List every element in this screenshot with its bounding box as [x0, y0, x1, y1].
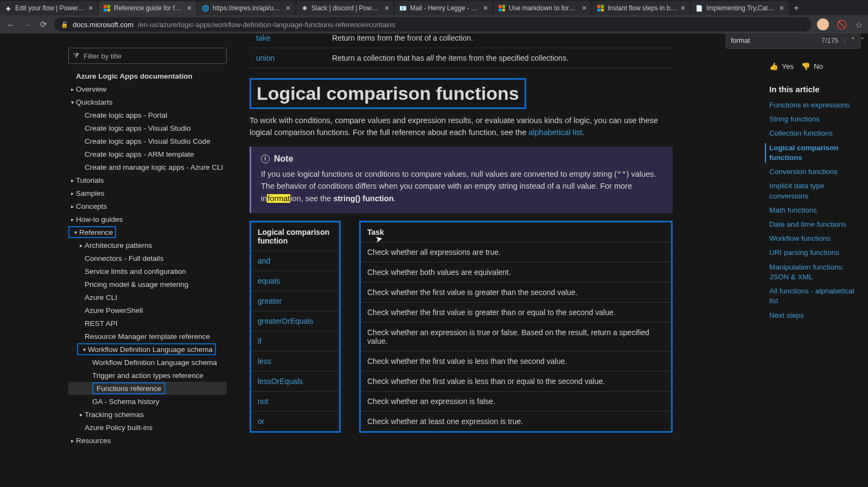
- toc-link[interactable]: URI parsing functions: [769, 248, 839, 257]
- browser-tab[interactable]: Instant flow steps in busine✕: [592, 1, 690, 15]
- function-link[interactable]: greaterOrEquals: [258, 317, 314, 325]
- toc-link[interactable]: String functions: [769, 115, 820, 123]
- nav-item[interactable]: Pricing model & usage metering: [68, 278, 227, 291]
- browser-tab[interactable]: ✱Slack | discord | Power Aut✕: [296, 1, 394, 15]
- toc-link[interactable]: Implicit data type conversions: [769, 182, 824, 200]
- toc-item[interactable]: Conversion functions: [769, 167, 858, 177]
- function-link[interactable]: not: [258, 397, 268, 406]
- tab-close-icon[interactable]: ✕: [483, 4, 488, 12]
- reload-icon[interactable]: ⟳: [38, 20, 49, 29]
- nav-item[interactable]: ▸Resources: [68, 434, 227, 447]
- nav-item[interactable]: ▸Tracking schemas: [68, 408, 227, 421]
- nav-item[interactable]: Service limits and configuration: [68, 265, 227, 278]
- forward-icon[interactable]: →: [22, 20, 33, 29]
- toc-link[interactable]: Collection functions: [769, 129, 833, 137]
- nav-item[interactable]: Create logic apps - ARM template: [68, 148, 227, 161]
- bookmark-star-icon[interactable]: ☆: [855, 20, 863, 30]
- nav-item[interactable]: Create logic apps - Visual Studio Code: [68, 134, 227, 148]
- function-link[interactable]: take: [256, 34, 270, 42]
- nav-item[interactable]: GA - Schema history: [68, 395, 227, 408]
- task-cell: Return a collection that has all the ite…: [326, 48, 673, 68]
- nav-item[interactable]: ▸Concepts: [68, 200, 227, 213]
- toc-item[interactable]: Collection functions: [769, 129, 858, 138]
- tab-close-icon[interactable]: ✕: [285, 4, 291, 12]
- toc-item[interactable]: Functions in expressions: [769, 100, 858, 110]
- nav-item[interactable]: ▸Tutorials: [68, 174, 227, 187]
- browser-tab[interactable]: Use markdown to format P✕: [494, 1, 591, 15]
- nav-item[interactable]: Azure Policy built-ins: [68, 421, 227, 434]
- tab-close-icon[interactable]: ✕: [384, 4, 390, 12]
- toc-item[interactable]: All functions - alphabetical list: [769, 286, 858, 306]
- toc-item[interactable]: Logical comparison functions: [765, 143, 858, 163]
- nav-item[interactable]: Create logic apps - Visual Studio: [68, 121, 227, 134]
- nav-item[interactable]: Azure Logic Apps documentation: [68, 69, 227, 82]
- toc-item[interactable]: Date and time functions: [769, 220, 858, 229]
- toc-item[interactable]: URI parsing functions: [769, 248, 858, 258]
- find-next-icon[interactable]: ˅: [860, 36, 864, 45]
- nav-item[interactable]: ▾Quickstarts: [68, 95, 227, 108]
- nav-item[interactable]: ▾Reference: [68, 226, 227, 239]
- feedback-no[interactable]: 👎No: [801, 62, 823, 71]
- nav-item[interactable]: Functions reference: [68, 382, 227, 395]
- toc-item[interactable]: Workflow functions: [769, 234, 858, 244]
- nav-item[interactable]: Azure CLI: [68, 291, 227, 304]
- find-input[interactable]: [731, 37, 816, 44]
- nav-item[interactable]: ▸Samples: [68, 187, 227, 200]
- find-prev-icon[interactable]: ˄: [851, 36, 855, 45]
- nav-item[interactable]: Workflow Definition Language schema: [68, 356, 227, 369]
- nav-item[interactable]: Azure PowerShell: [68, 304, 227, 317]
- browser-tab[interactable]: 🌐https://reqres.in/api/users?✕: [197, 1, 295, 15]
- function-link[interactable]: if: [258, 337, 261, 345]
- incognito-icon[interactable]: 🚫: [837, 20, 847, 30]
- function-link[interactable]: lessOrEquals: [258, 377, 303, 386]
- browser-tab[interactable]: 📄Implementing Try,Catch an✕: [691, 1, 789, 15]
- nav-item[interactable]: REST API: [68, 317, 227, 330]
- nav-item[interactable]: ▾Workflow Definition Language schema: [68, 343, 227, 356]
- toc-link[interactable]: Workflow functions: [769, 234, 831, 242]
- filter-input[interactable]: ⧩ Filter by title: [68, 48, 227, 64]
- toc-link[interactable]: Logical comparison functions: [769, 144, 839, 162]
- toc-item[interactable]: Manipulation functions: JSON & XML: [769, 262, 858, 282]
- toc-link[interactable]: Conversion functions: [769, 168, 838, 176]
- toc-item[interactable]: Next steps: [769, 311, 858, 321]
- nav-item[interactable]: Create and manage logic apps - Azure CLI: [68, 161, 227, 174]
- function-link[interactable]: greater: [258, 297, 282, 305]
- toc-item[interactable]: String functions: [769, 114, 858, 124]
- new-tab-button[interactable]: +: [790, 3, 803, 13]
- function-link[interactable]: or: [258, 417, 264, 426]
- function-link[interactable]: union: [256, 54, 275, 62]
- nav-item[interactable]: Create logic apps - Portal: [68, 108, 227, 121]
- toc-item[interactable]: Implicit data type conversions: [769, 181, 858, 201]
- tab-close-icon[interactable]: ✕: [582, 4, 587, 12]
- back-icon[interactable]: ←: [5, 20, 16, 29]
- nav-item[interactable]: ▸Architecture patterns: [68, 239, 227, 252]
- function-link[interactable]: equals: [258, 277, 280, 285]
- function-link[interactable]: and: [258, 257, 270, 265]
- nav-item[interactable]: Resource Manager template reference: [68, 330, 227, 343]
- tab-close-icon[interactable]: ✕: [88, 4, 93, 12]
- nav-item[interactable]: ▸How-to guides: [68, 213, 227, 226]
- browser-tab[interactable]: 📧Mail - Henry Legge - Outl✕: [395, 1, 493, 15]
- tab-close-icon[interactable]: ✕: [680, 4, 686, 12]
- nav-item[interactable]: Connectors - Full details: [68, 252, 227, 265]
- nav-item[interactable]: Trigger and action types reference: [68, 369, 227, 382]
- toc-link[interactable]: Date and time functions: [769, 220, 846, 228]
- toc-link[interactable]: Next steps: [769, 311, 804, 319]
- profile-avatar[interactable]: [817, 18, 829, 30]
- string-function-link[interactable]: string() function: [333, 194, 393, 203]
- browser-tab[interactable]: ◆Edit your flow | Power Aut✕: [0, 1, 98, 15]
- nav-item-label: Tutorials: [76, 176, 104, 184]
- tab-close-icon[interactable]: ✕: [779, 4, 784, 12]
- toc-link[interactable]: Math functions: [769, 206, 817, 214]
- url-input[interactable]: 🔒 docs.microsoft.com/en-us/azure/logic-a…: [54, 17, 812, 31]
- alphabetical-list-link[interactable]: alphabetical list: [528, 128, 582, 137]
- browser-tab-active[interactable]: Reference guide for functio✕: [99, 1, 196, 15]
- tab-close-icon[interactable]: ✕: [187, 4, 192, 12]
- toc-link[interactable]: All functions - alphabetical list: [769, 287, 854, 305]
- nav-item[interactable]: ▸Overview: [68, 82, 227, 95]
- toc-link[interactable]: Functions in expressions: [769, 101, 850, 109]
- feedback-yes[interactable]: 👍Yes: [769, 62, 794, 71]
- toc-link[interactable]: Manipulation functions: JSON & XML: [769, 263, 844, 281]
- toc-item[interactable]: Math functions: [769, 206, 858, 215]
- function-link[interactable]: less: [258, 357, 271, 366]
